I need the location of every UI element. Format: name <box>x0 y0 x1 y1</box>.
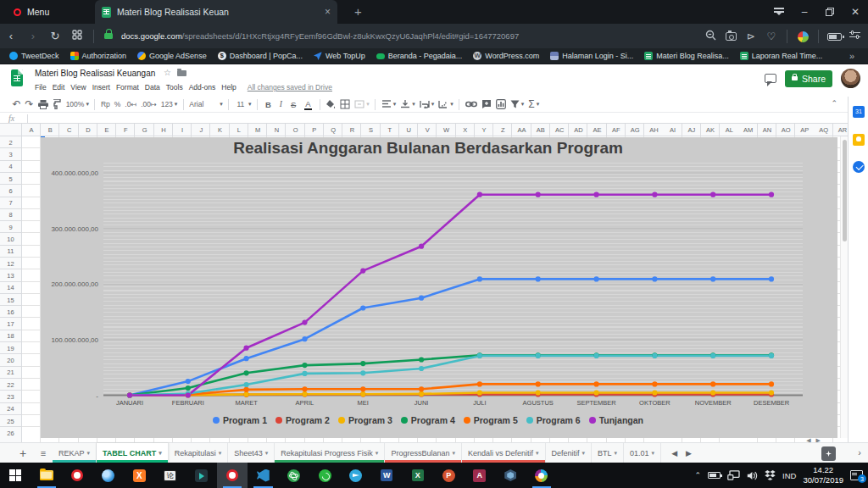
column-header-R[interactable]: R <box>342 124 361 136</box>
3d-builder-icon[interactable] <box>495 463 526 488</box>
column-header-AN[interactable]: AN <box>758 124 776 136</box>
sheet-tab-menu-icon[interactable]: ▾ <box>265 450 269 457</box>
speed-dial-button[interactable] <box>66 30 88 42</box>
fill-color-button[interactable] <box>326 99 336 109</box>
filter-button[interactable]: ▾ <box>510 100 525 108</box>
column-header-AA[interactable]: AA <box>513 124 531 136</box>
font-size-select[interactable]: 11▾ <box>235 100 252 108</box>
speaker-icon[interactable] <box>747 471 758 480</box>
dropbox-icon[interactable] <box>765 470 776 480</box>
row-header-8[interactable]: 8 <box>0 209 21 221</box>
comments-icon[interactable] <box>765 74 776 83</box>
row-header-9[interactable]: 9 <box>0 221 21 233</box>
select-all-corner[interactable] <box>0 124 22 136</box>
side-panel-expand-icon[interactable]: › <box>858 447 861 458</box>
row-header-2[interactable]: 2 <box>0 136 21 148</box>
tab-close-icon[interactable]: × <box>325 7 331 17</box>
currency-format-button[interactable]: Rp <box>101 100 110 108</box>
forward-button[interactable]: › <box>22 30 44 42</box>
row-header-3[interactable]: 3 <box>0 148 21 160</box>
sheet-tab-01-01[interactable]: 01.01▾ <box>624 443 661 463</box>
collapse-toolbar-icon[interactable]: ⌃ <box>831 99 837 108</box>
row-header-18[interactable]: 18 <box>0 330 21 342</box>
insert-comment-button[interactable] <box>481 99 492 109</box>
sheet-tab-menu-icon[interactable]: ▾ <box>652 450 655 457</box>
column-header-AI[interactable]: AI <box>664 124 682 136</box>
vscode-icon[interactable] <box>248 463 279 488</box>
opera-taskbar-icon[interactable] <box>217 463 248 488</box>
sheet-tab-btl[interactable]: BTL▾ <box>592 443 624 463</box>
language-indicator[interactable]: IND <box>782 471 796 480</box>
sheet-tab-rekapitulasi[interactable]: Rekapitulasi▾ <box>169 443 229 463</box>
sheet-tab-defenitif[interactable]: Defenitif▾ <box>546 443 593 463</box>
star-icon[interactable]: ☆ <box>164 68 171 77</box>
start-button[interactable] <box>0 463 31 488</box>
move-folder-icon[interactable] <box>177 70 186 76</box>
column-header-B[interactable]: B <box>41 124 59 136</box>
idm-extension-icon[interactable] <box>793 30 813 42</box>
hidden-icons-chevron[interactable]: ⌃ <box>695 471 702 480</box>
menu-help[interactable]: Help <box>221 83 236 92</box>
functions-button[interactable]: Σ▾ <box>528 98 539 110</box>
bookmark-item[interactable]: Laporan Real Time... <box>740 52 823 60</box>
document-title[interactable]: Materi Blog Realisasi Keuangan <box>35 69 155 78</box>
battery-saver-icon[interactable] <box>824 30 844 42</box>
column-header-AJ[interactable]: AJ <box>682 124 701 136</box>
row-header-10[interactable]: 10 <box>0 233 21 245</box>
formula-bar[interactable]: fx <box>0 112 868 124</box>
row-header-19[interactable]: 19 <box>0 342 21 354</box>
italic-button[interactable]: I <box>280 100 282 108</box>
column-header-V[interactable]: V <box>418 124 437 136</box>
row-header-14[interactable]: 14 <box>0 282 21 294</box>
column-header-Z[interactable]: Z <box>493 124 512 136</box>
menu-edit[interactable]: Edit <box>53 83 65 92</box>
add-sheet-button[interactable]: + <box>12 443 34 463</box>
column-header-AC[interactable]: AC <box>550 124 569 136</box>
sheet-tab-menu-icon[interactable]: ▾ <box>452 450 455 457</box>
xampp-icon[interactable]: X <box>124 463 155 488</box>
column-header-AO[interactable]: AO <box>776 124 795 136</box>
text-color-button[interactable]: A <box>304 99 311 110</box>
undo-button[interactable]: ↶ <box>13 98 21 110</box>
dictionary-icon[interactable]: 论 <box>155 463 186 488</box>
column-header-AE[interactable]: AE <box>588 124 607 136</box>
insert-chart-button[interactable] <box>496 99 506 109</box>
menu-tools[interactable]: Tools <box>166 83 183 92</box>
restore-button[interactable] <box>817 0 843 24</box>
browser-tab[interactable]: Materi Blog Realisasi Keuan × <box>95 0 337 24</box>
row-header-25[interactable]: 25 <box>0 415 21 427</box>
search-icon[interactable] <box>700 30 721 43</box>
increase-decimal-button[interactable]: .00↦ <box>141 100 157 108</box>
text-rotation-button[interactable]: ▾ <box>438 100 453 108</box>
font-select[interactable]: Arial▾ <box>189 100 223 108</box>
row-headers[interactable]: 2345678910111213141516171819202122232425… <box>0 136 22 442</box>
percent-format-button[interactable]: % <box>114 100 121 108</box>
column-header-C[interactable]: C <box>60 124 79 136</box>
bookmark-item[interactable]: TweetDeck <box>9 52 59 60</box>
row-header-6[interactable]: 6 <box>0 185 21 197</box>
bold-button[interactable]: B <box>265 100 271 109</box>
back-button[interactable]: ‹ <box>0 30 22 42</box>
keep-icon[interactable] <box>853 134 865 146</box>
column-header-AL[interactable]: AL <box>720 124 738 136</box>
row-header-11[interactable]: 11 <box>0 246 21 258</box>
bookmark-item[interactable]: Authorization <box>70 52 127 60</box>
sheet-tab-menu-icon[interactable]: ▾ <box>219 450 222 457</box>
sheets-logo-icon[interactable] <box>11 69 23 86</box>
column-header-AR[interactable]: AR <box>833 124 848 136</box>
column-header-F[interactable]: F <box>116 124 135 136</box>
column-header-M[interactable]: M <box>248 124 267 136</box>
column-header-X[interactable]: X <box>456 124 475 136</box>
share-button[interactable]: Share <box>785 70 832 87</box>
column-header-H[interactable]: H <box>154 124 173 136</box>
tab-menu-button[interactable] <box>766 0 792 24</box>
snapshot-camera-icon[interactable] <box>721 30 741 42</box>
row-header-20[interactable]: 20 <box>0 354 21 366</box>
saved-status[interactable]: All changes saved in Drive <box>248 83 332 92</box>
row-header-22[interactable]: 22 <box>0 379 21 391</box>
menu-data[interactable]: Data <box>145 83 160 92</box>
column-header-E[interactable]: E <box>97 124 116 136</box>
column-header-N[interactable]: N <box>267 124 286 136</box>
column-header-I[interactable]: I <box>173 124 192 136</box>
zoom-select[interactable]: 100%▾ <box>66 100 89 108</box>
